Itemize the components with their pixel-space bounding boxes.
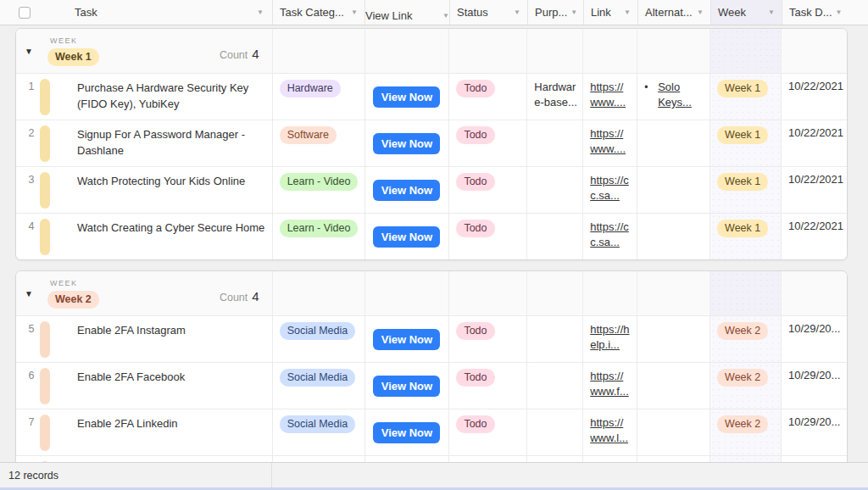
task-cell[interactable]: 6 Enable 2FA Facebook	[16, 363, 272, 409]
task-cell[interactable]: 5 Enable 2FA Instagram	[16, 316, 272, 362]
column-header-view-link[interactable]: View Link ▼	[364, 0, 449, 25]
date-cell[interactable]: 10/29/20...	[781, 409, 847, 455]
view-now-button[interactable]: View Now	[373, 422, 440, 443]
week-cell[interactable]: Week 2	[709, 363, 781, 409]
column-header-alternative[interactable]: Alternat... ▼	[637, 0, 710, 25]
select-all-checkbox[interactable]	[19, 7, 31, 19]
view-now-button[interactable]: View Now	[373, 226, 440, 248]
alternative-cell[interactable]	[637, 316, 709, 362]
category-cell[interactable]: Social Media	[272, 363, 364, 409]
alternative-cell[interactable]	[637, 214, 709, 259]
status-cell[interactable]: Todo	[448, 456, 526, 462]
date-cell[interactable]: 10/22/2021	[781, 167, 847, 213]
link-url[interactable]: https://www.f...	[590, 369, 631, 399]
date-cell[interactable]: 10/22/2021	[781, 120, 847, 166]
column-header-task-category[interactable]: Task Categ... ▼	[272, 0, 364, 25]
category-cell[interactable]: Learn - Video	[272, 167, 364, 213]
week-cell[interactable]: Week 2	[709, 456, 781, 462]
week-cell[interactable]: Week 1	[709, 167, 781, 213]
link-url[interactable]: https://help.i...	[590, 322, 631, 353]
alternative-cell[interactable]	[637, 167, 709, 213]
dropdown-arrow-icon[interactable]: ▼	[832, 8, 843, 16]
column-header-task-date[interactable]: Task D... ▼	[782, 0, 848, 25]
link-url[interactable]: https://cc.sa...	[590, 220, 631, 250]
status-cell[interactable]: Todo	[448, 167, 526, 213]
purpose-cell[interactable]	[526, 167, 582, 213]
view-now-button[interactable]: View Now	[373, 376, 440, 397]
column-header-purpose[interactable]: Purp... ▼	[527, 0, 583, 25]
date-cell[interactable]: 10/29/20...	[781, 316, 847, 362]
link-cell[interactable]: https://www.f...	[582, 363, 637, 409]
week-cell[interactable]: Week 1	[709, 120, 781, 166]
link-cell[interactable]: https://www.l...	[582, 409, 637, 455]
date-cell[interactable]: 10/29/20...	[781, 456, 847, 462]
purpose-cell[interactable]	[526, 316, 582, 362]
week-cell[interactable]: Week 2	[709, 409, 781, 455]
status-cell[interactable]: Todo	[448, 409, 526, 455]
week-cell[interactable]: Week 1	[709, 214, 781, 259]
alternative-cell[interactable]: • Solo Keys...	[637, 74, 709, 120]
task-cell[interactable]: 2 Signup For A Password Manager - Dashla…	[16, 120, 272, 166]
task-cell[interactable]: 4 Watch Creating a Cyber Secure Home	[16, 214, 272, 259]
link-url[interactable]: https://www....	[590, 80, 631, 110]
category-cell[interactable]: Social Media	[272, 316, 364, 362]
alternative-link[interactable]	[658, 220, 697, 259]
alternative-link[interactable]	[658, 173, 697, 213]
task-cell[interactable]: 7 Enable 2FA Linkedin	[16, 409, 272, 455]
alternative-cell[interactable]	[637, 456, 709, 462]
link-cell[interactable]: https://www....	[582, 120, 637, 166]
category-cell[interactable]: Software	[272, 120, 364, 166]
task-cell[interactable]: 3 Watch Protecting Your Kids Online	[16, 167, 272, 213]
dropdown-arrow-icon[interactable]: ▼	[765, 8, 775, 16]
column-header-task[interactable]: Task ▼	[0, 0, 272, 25]
alternative-link[interactable]: Solo Keys...	[658, 80, 697, 120]
category-cell[interactable]: Hardware	[272, 74, 364, 120]
view-now-button[interactable]: View Now	[373, 329, 440, 350]
link-cell[interactable]: https://cc.sa...	[582, 214, 637, 259]
column-header-status[interactable]: Status ▼	[449, 0, 527, 25]
dropdown-arrow-icon[interactable]: ▼	[253, 8, 264, 16]
dropdown-arrow-icon[interactable]: ▼	[620, 8, 631, 16]
link-cell[interactable]: https://cc.sa...	[582, 167, 637, 213]
week-cell[interactable]: Week 2	[709, 316, 781, 362]
alternative-link[interactable]	[658, 415, 697, 455]
purpose-cell[interactable]	[526, 363, 582, 409]
link-url[interactable]: https://www.l...	[590, 415, 631, 446]
purpose-cell[interactable]	[526, 214, 582, 259]
week-cell[interactable]: Week 1	[709, 74, 781, 120]
task-cell[interactable]: 1 Purchase A Hardware Security Key (FIDO…	[16, 74, 272, 120]
alternative-cell[interactable]	[637, 120, 709, 166]
status-cell[interactable]: Todo	[448, 214, 526, 259]
date-cell[interactable]: 10/22/2021	[781, 214, 847, 259]
collapse-triangle-icon[interactable]: ▼	[25, 289, 33, 315]
category-cell[interactable]: Social Media	[272, 409, 364, 455]
date-cell[interactable]: 10/29/20...	[781, 363, 847, 409]
link-cell[interactable]: https://www....	[582, 74, 637, 120]
dropdown-arrow-icon[interactable]: ▼	[693, 8, 704, 16]
collapse-triangle-icon[interactable]: ▼	[25, 47, 33, 73]
category-cell[interactable]: Learn - Video	[272, 214, 364, 259]
view-now-button[interactable]: View Now	[373, 86, 440, 108]
view-now-button[interactable]: View Now	[373, 180, 440, 201]
alternative-cell[interactable]	[637, 363, 709, 409]
date-cell[interactable]: 10/22/2021	[781, 74, 847, 120]
link-url[interactable]: https://www....	[590, 126, 631, 157]
alternative-cell[interactable]	[637, 409, 709, 455]
purpose-cell[interactable]	[526, 120, 582, 166]
alternative-link[interactable]	[658, 322, 697, 362]
status-cell[interactable]: Todo	[448, 363, 526, 409]
link-cell[interactable]: https://help.i...	[582, 316, 637, 362]
view-now-button[interactable]: View Now	[373, 133, 440, 154]
dropdown-arrow-icon[interactable]: ▼	[567, 8, 577, 16]
purpose-cell[interactable]: Hardware-base...	[526, 74, 582, 120]
dropdown-arrow-icon[interactable]: ▼	[348, 8, 358, 16]
dropdown-arrow-icon[interactable]: ▼	[439, 12, 449, 19]
dropdown-arrow-icon[interactable]: ▼	[510, 8, 520, 16]
link-url[interactable]: https://cc.sa...	[590, 173, 631, 203]
purpose-cell[interactable]	[526, 456, 582, 462]
column-header-week[interactable]: Week ▼	[710, 0, 782, 25]
column-header-link[interactable]: Link ▼	[583, 0, 637, 25]
alternative-link[interactable]	[658, 369, 697, 409]
status-cell[interactable]: Todo	[448, 74, 526, 120]
task-cell[interactable]: 8 Enable 2FA Twitter	[16, 456, 272, 462]
